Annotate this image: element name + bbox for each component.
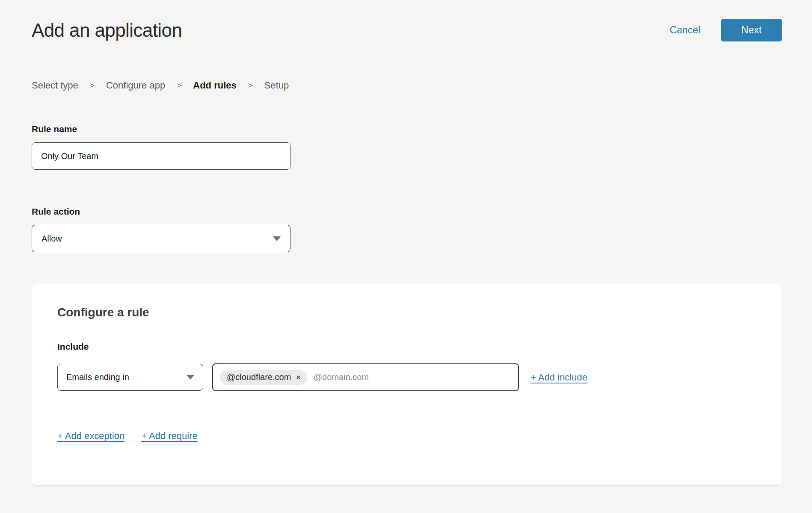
email-domain-chip-label: @cloudflare.com <box>227 372 291 382</box>
email-domain-input[interactable] <box>313 372 511 383</box>
include-selector-value: Emails ending in <box>66 372 129 382</box>
configure-rule-card: Configure a rule Include Emails ending i… <box>32 284 782 486</box>
card-title: Configure a rule <box>57 306 756 319</box>
remove-chip-icon[interactable]: × <box>296 374 300 381</box>
cancel-button[interactable]: Cancel <box>670 24 700 36</box>
email-domain-chip: @cloudflare.com × <box>220 370 307 385</box>
next-button[interactable]: Next <box>721 19 782 41</box>
breadcrumb-separator: > <box>90 81 95 90</box>
rule-action-label: Rule action <box>32 206 782 217</box>
breadcrumb-step-add-rules[interactable]: Add rules <box>193 80 236 91</box>
rule-links-row: + Add exception + Add require <box>57 430 756 442</box>
breadcrumb-separator: > <box>248 81 253 90</box>
rule-name-label: Rule name <box>32 124 782 134</box>
include-label: Include <box>57 342 756 352</box>
rule-action-select[interactable]: Allow <box>32 225 290 252</box>
header: Add an application Cancel Next <box>32 19 782 41</box>
page-title: Add an application <box>32 20 182 41</box>
breadcrumb-step-select-type[interactable]: Select type <box>32 80 78 91</box>
add-application-page: Add an application Cancel Next Select ty… <box>0 0 812 486</box>
breadcrumb-step-setup[interactable]: Setup <box>264 80 289 91</box>
chevron-down-icon <box>187 375 194 380</box>
breadcrumb-separator: > <box>177 81 181 90</box>
header-actions: Cancel Next <box>670 19 782 41</box>
add-require-link[interactable]: + Add require <box>141 430 197 442</box>
rule-name-input[interactable] <box>32 142 290 170</box>
rule-action-selected-value: Allow <box>41 234 62 244</box>
include-selector-dropdown[interactable]: Emails ending in <box>57 364 203 391</box>
include-rule-row: Emails ending in @cloudflare.com × + Add… <box>57 363 756 391</box>
breadcrumb: Select type > Configure app > Add rules … <box>32 80 782 91</box>
add-include-link[interactable]: + Add include <box>530 372 587 383</box>
email-domain-tag-input[interactable]: @cloudflare.com × <box>212 363 519 391</box>
add-exception-link[interactable]: + Add exception <box>57 430 124 442</box>
breadcrumb-step-configure-app[interactable]: Configure app <box>106 80 165 91</box>
chevron-down-icon <box>273 236 281 241</box>
